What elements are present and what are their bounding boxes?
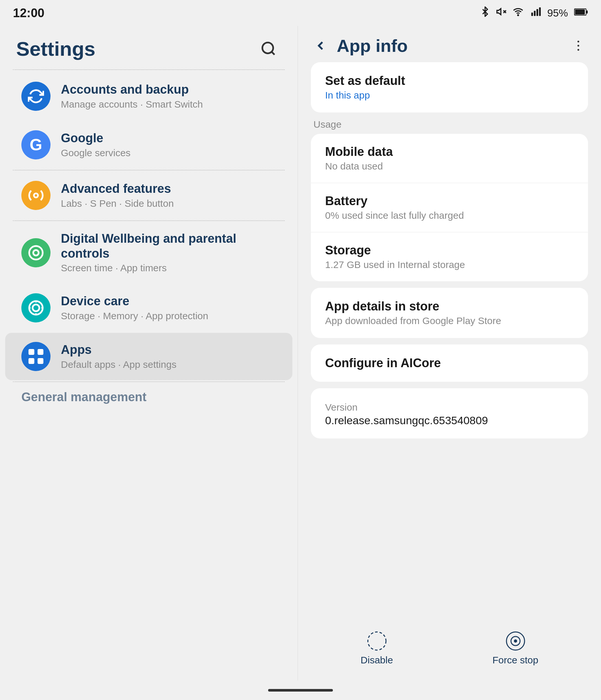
svg-line-13 [272,52,275,55]
force-stop-label: Force stop [493,655,539,666]
battery-title: Battery [325,194,574,208]
set-as-default-title: Set as default [325,74,574,88]
sidebar-item-google[interactable]: G Google Google services [5,121,292,169]
general-text: General management [21,390,146,405]
bottom-actions: Disable Force stop [298,618,601,680]
sidebar-item-general[interactable]: General management [5,383,292,414]
device-subtitle: Storage · Memory · App protection [61,310,208,322]
wifi-icon [512,6,524,20]
general-title: General management [21,390,146,405]
disable-icon [367,631,387,651]
right-header: App info [298,26,601,62]
svg-point-14 [34,194,38,198]
configure-aicore-card[interactable]: Configure in AICore [311,345,588,382]
svg-rect-6 [537,9,538,16]
divider-mid2 [13,220,285,221]
nav-indicator [268,689,333,692]
digital-text: Digital Wellbeing and parental controls … [61,231,276,274]
bluetooth-icon [480,6,490,20]
main-container: Settings Account [0,26,601,680]
right-panel: App info Set as default In this app Usag… [298,26,601,680]
digital-icon [21,238,51,267]
sidebar-item-device[interactable]: Device care Storage · Memory · App prote… [5,284,292,331]
more-icon [571,39,585,53]
google-title: Google [61,131,130,146]
advanced-text: Advanced features Labs · S Pen · Side bu… [61,181,174,209]
apps-text: Apps Default apps · App settings [61,343,177,370]
svg-point-29 [514,640,517,643]
google-text: Google Google services [61,131,130,159]
svg-marker-0 [497,9,501,15]
disable-button[interactable]: Disable [341,625,413,671]
svg-point-23 [577,41,579,43]
version-value: 0.release.samsungqc.653540809 [325,414,574,427]
app-info-title: App info [337,36,408,56]
apps-subtitle: Default apps · App settings [61,359,177,370]
battery-icon [574,7,588,19]
configure-aicore-title: Configure in AICore [325,356,574,370]
back-button[interactable] [311,36,330,55]
storage-item[interactable]: Storage 1.27 GB used in Internal storage [311,232,588,281]
svg-rect-4 [531,12,533,16]
digital-subtitle: Screen time · App timers [61,262,276,274]
svg-rect-11 [575,9,585,15]
advanced-icon [21,181,51,210]
right-content: Set as default In this app Usage Mobile … [298,62,601,618]
svg-point-24 [577,45,579,47]
sidebar-item-digital[interactable]: Digital Wellbeing and parental controls … [5,222,292,283]
force-stop-icon [505,631,526,651]
app-details-card[interactable]: App details in store App downloaded from… [311,288,588,338]
storage-title: Storage [325,243,574,257]
disable-label: Disable [361,655,393,666]
more-options-button[interactable] [569,36,588,55]
accounts-subtitle: Manage accounts · Smart Switch [61,99,203,110]
search-icon [260,41,277,57]
apps-title: Apps [61,343,177,357]
divider-mid1 [13,170,285,171]
bottom-nav [0,680,601,700]
digital-title: Digital Wellbeing and parental controls [61,231,276,261]
accounts-text: Accounts and backup Manage accounts · Sm… [61,82,203,110]
mute-icon [496,6,506,20]
sidebar-item-accounts[interactable]: Accounts and backup Manage accounts · Sm… [5,73,292,120]
accounts-title: Accounts and backup [61,82,203,97]
storage-subtitle: 1.27 GB used in Internal storage [325,259,574,270]
svg-rect-5 [534,11,535,16]
set-as-default-card[interactable]: Set as default In this app [311,62,588,112]
svg-rect-9 [586,10,588,14]
right-header-left: App info [311,36,408,56]
svg-point-3 [518,15,519,16]
sidebar-item-advanced[interactable]: Advanced features Labs · S Pen · Side bu… [5,172,292,219]
usage-group-card: Mobile data No data used Battery 0% used… [311,134,588,281]
set-as-default-subtitle: In this app [325,90,574,101]
usage-label: Usage [311,119,588,130]
svg-point-18 [33,305,40,311]
advanced-title: Advanced features [61,181,174,196]
advanced-subtitle: Labs · S Pen · Side button [61,198,174,209]
mobile-data-subtitle: No data used [325,161,574,172]
left-header: Settings [0,26,297,68]
app-details-title: App details in store [325,299,574,314]
status-bar: 12:00 [0,0,601,26]
svg-point-16 [33,250,39,255]
google-subtitle: Google services [61,147,130,159]
search-button[interactable] [256,36,281,61]
mobile-data-title: Mobile data [325,145,574,159]
svg-rect-7 [539,7,541,16]
battery-subtitle: 0% used since last fully charged [325,210,574,221]
apps-icon [21,342,51,371]
app-details-subtitle: App downloaded from Google Play Store [325,315,574,326]
force-stop-button[interactable]: Force stop [473,625,558,671]
divider-top [13,69,285,70]
sidebar-item-apps[interactable]: Apps Default apps · App settings [5,333,292,380]
signal-icon [530,6,542,20]
battery-item[interactable]: Battery 0% used since last fully charged [311,183,588,232]
device-text: Device care Storage · Memory · App prote… [61,294,208,322]
google-icon: G [21,130,51,159]
settings-title: Settings [16,37,96,60]
svg-point-15 [29,246,43,259]
mobile-data-item[interactable]: Mobile data No data used [311,134,588,183]
device-title: Device care [61,294,208,309]
back-icon [313,39,328,53]
left-panel: Settings Account [0,26,298,680]
